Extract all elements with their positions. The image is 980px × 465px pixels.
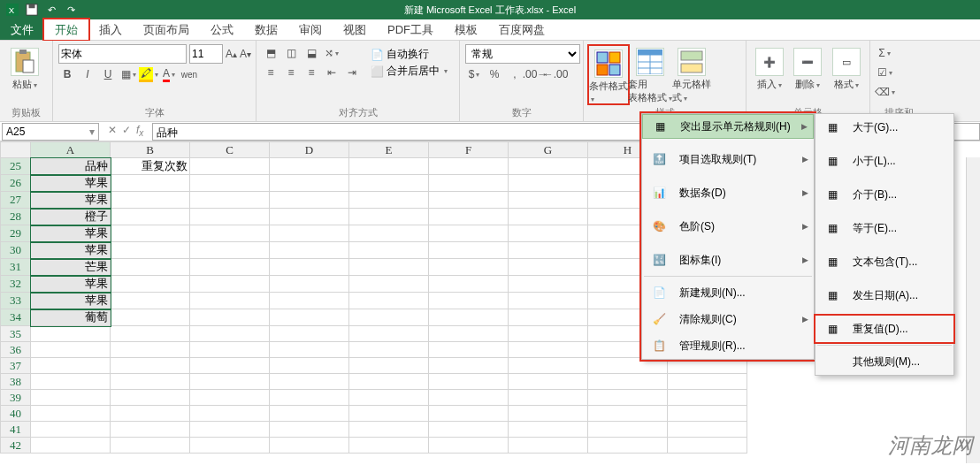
cell[interactable]: 重复次数	[111, 158, 190, 175]
name-box[interactable]: A25▾	[2, 123, 99, 141]
cell[interactable]	[668, 358, 747, 374]
menu-equal-to[interactable]: ▦等于(E)...	[815, 215, 953, 241]
cell[interactable]: 芒果	[31, 259, 111, 276]
cell[interactable]	[31, 342, 111, 358]
cell[interactable]	[429, 276, 509, 293]
cell[interactable]	[111, 358, 190, 374]
cell[interactable]	[509, 276, 588, 293]
percent-icon[interactable]: %	[486, 65, 503, 83]
cell[interactable]	[270, 175, 349, 192]
cell[interactable]	[509, 158, 588, 175]
menu-duplicate-values[interactable]: ▦重复值(D)...	[815, 316, 953, 342]
cell[interactable]	[509, 358, 588, 374]
menu-manage-rules[interactable]: 📋管理规则(R)...	[642, 332, 814, 359]
cell[interactable]	[349, 342, 429, 358]
cell[interactable]	[111, 390, 190, 406]
conditional-formatting-button[interactable]: 条件格式	[589, 46, 628, 103]
cell[interactable]	[111, 242, 190, 259]
tab-baidu[interactable]: 百度网盘	[488, 19, 555, 40]
row-header[interactable]: 39	[1, 390, 31, 406]
enter-icon[interactable]: ✓	[122, 124, 131, 138]
cell[interactable]	[429, 242, 509, 259]
cell[interactable]	[270, 242, 349, 259]
cell[interactable]	[509, 293, 588, 309]
font-name-select[interactable]	[58, 44, 187, 64]
insert-cells-button[interactable]: ➕插入	[752, 44, 787, 91]
row-header[interactable]: 30	[1, 242, 31, 259]
cell[interactable]	[270, 259, 349, 276]
row-header[interactable]: 29	[1, 225, 31, 242]
cell[interactable]	[190, 390, 270, 406]
cell[interactable]	[349, 374, 429, 390]
cell[interactable]: 葡萄	[31, 309, 111, 326]
cell[interactable]	[111, 438, 190, 454]
row-header[interactable]: 35	[1, 326, 31, 342]
cell[interactable]	[190, 276, 270, 293]
cell[interactable]	[31, 438, 111, 454]
column-header[interactable]: D	[270, 142, 349, 158]
cancel-icon[interactable]: ✕	[108, 124, 117, 138]
cell[interactable]	[270, 276, 349, 293]
cell[interactable]	[270, 326, 349, 342]
cell[interactable]	[429, 390, 509, 406]
cell[interactable]: 苹果	[31, 242, 111, 259]
menu-date-occurring[interactable]: ▦发生日期(A)...	[815, 282, 953, 309]
cell[interactable]	[111, 175, 190, 192]
fill-color-button[interactable]: 🖍	[140, 65, 157, 83]
decrease-decimal-icon[interactable]: ←.00	[547, 65, 564, 83]
row-header[interactable]: 40	[1, 406, 31, 422]
cell[interactable]: 苹果	[31, 225, 111, 242]
cell[interactable]	[270, 293, 349, 309]
cell[interactable]	[190, 293, 270, 309]
tab-page-layout[interactable]: 页面布局	[133, 19, 200, 40]
align-right-icon[interactable]: ≡	[302, 64, 320, 81]
cell[interactable]	[509, 175, 588, 192]
cell[interactable]	[349, 358, 429, 374]
italic-button[interactable]: I	[79, 65, 96, 83]
cell[interactable]	[588, 374, 668, 390]
paste-button[interactable]: 粘贴	[5, 44, 44, 91]
cell[interactable]	[588, 358, 668, 374]
cell[interactable]	[509, 374, 588, 390]
cell[interactable]	[190, 192, 270, 209]
merge-center-button[interactable]: ⬜合并后居中	[371, 64, 448, 79]
cell[interactable]	[190, 225, 270, 242]
underline-button[interactable]: U	[99, 65, 117, 83]
cell[interactable]	[429, 438, 509, 454]
cell-styles-button[interactable]: 单元格样式	[672, 44, 711, 104]
cell[interactable]	[429, 209, 509, 225]
indent-dec-icon[interactable]: ⇤	[323, 64, 341, 81]
cell[interactable]	[349, 276, 429, 293]
row-header[interactable]: 38	[1, 374, 31, 390]
cell[interactable]	[111, 342, 190, 358]
cell[interactable]	[111, 293, 190, 309]
tab-review[interactable]: 审阅	[288, 19, 333, 40]
cell[interactable]	[509, 209, 588, 225]
cell[interactable]	[349, 309, 429, 326]
cell[interactable]	[190, 406, 270, 422]
row-header[interactable]: 31	[1, 259, 31, 276]
cell[interactable]	[509, 309, 588, 326]
cell[interactable]	[190, 158, 270, 175]
column-header[interactable]: E	[349, 142, 429, 158]
cell[interactable]	[190, 374, 270, 390]
cell[interactable]	[111, 309, 190, 326]
align-left-icon[interactable]: ≡	[262, 64, 279, 81]
cell[interactable]	[190, 438, 270, 454]
cell[interactable]	[111, 259, 190, 276]
phonetic-button[interactable]: wen	[180, 65, 198, 83]
cell[interactable]	[31, 406, 111, 422]
cell[interactable]	[270, 158, 349, 175]
menu-highlight-rules[interactable]: ▦突出显示单元格规则(H)	[642, 114, 814, 139]
cell[interactable]	[429, 175, 509, 192]
cell[interactable]	[349, 158, 429, 175]
cell[interactable]	[588, 390, 668, 406]
cell[interactable]	[509, 192, 588, 209]
row-header[interactable]: 37	[1, 358, 31, 374]
cell[interactable]	[429, 158, 509, 175]
cell[interactable]	[429, 342, 509, 358]
cell[interactable]	[349, 259, 429, 276]
cell[interactable]	[111, 209, 190, 225]
cell[interactable]	[111, 276, 190, 293]
cell[interactable]	[509, 342, 588, 358]
